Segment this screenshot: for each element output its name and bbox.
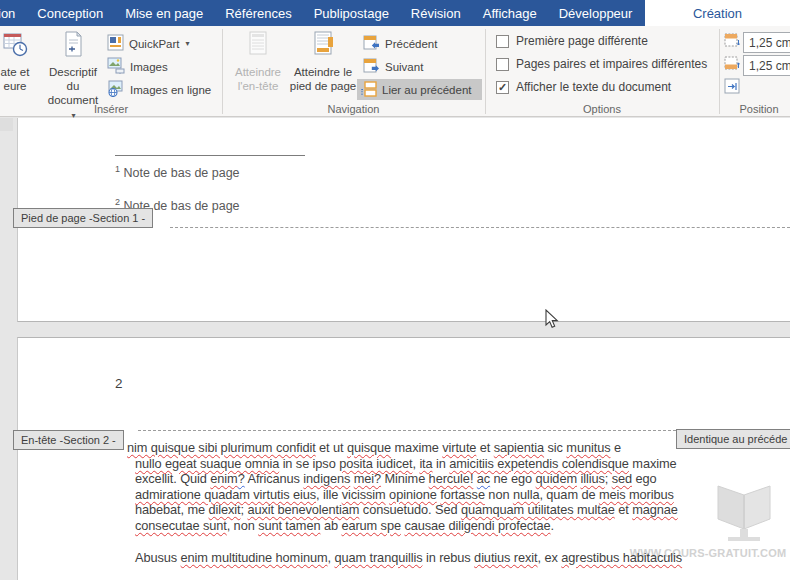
images-icon: [107, 57, 125, 76]
misspelled-text-segment: indigens: [303, 471, 350, 486]
footnote-1: 1 Note de bas de page: [115, 164, 240, 180]
misspelled-text-segment: enim: [210, 471, 237, 486]
footer-section-tag: Pied de page -Section 1 -: [13, 208, 153, 228]
descriptif-document-button[interactable]: Descriptif du document ▾: [44, 29, 102, 112]
precedent-button[interactable]: Précédent: [360, 33, 440, 54]
misspelled-text-segment: admiratione quadam virtutis eius: [135, 487, 316, 502]
header-from-top-field[interactable]: 1,25 cm: [743, 32, 790, 53]
suivant-label: Suivant: [385, 61, 423, 73]
date-heure-button[interactable]: ate et eure: [0, 29, 44, 112]
misspelled-text-segment: mei?: [354, 471, 381, 486]
ribbon-tab-strip: ion Conception Mise en page Références P…: [0, 0, 645, 26]
atteindre-entete-line2: l'en-tête: [238, 79, 279, 93]
images-label: Images: [130, 61, 168, 73]
footer-boundary-dashed-line: [170, 227, 790, 228]
misspelled-text-segment: ac: [477, 471, 490, 486]
misspelled-text-segment: auxit benevolentiam: [247, 502, 359, 517]
checkbox-premiere-page[interactable]: ✓: [496, 35, 509, 48]
misspelled-text-segment: earum spe: [341, 518, 401, 533]
misspelled-text-segment: nulla: [513, 487, 540, 502]
misspelled-text-segment: meis moribus: [599, 487, 674, 502]
premiere-page-label: Première page différente: [516, 34, 648, 48]
misspelled-text-segment: illius: [580, 471, 604, 486]
afficher-texte-checkbox-row[interactable]: ✓ Afficher le texte du document: [496, 80, 671, 94]
images-button[interactable]: Images: [104, 56, 171, 77]
text-segment: in: [433, 456, 450, 471]
tab-developpeur[interactable]: Développeur: [548, 6, 644, 21]
tab-insertion-partial[interactable]: ion: [0, 6, 26, 21]
text-segment: ego: [632, 471, 657, 486]
misspelled-text-segment: munitus: [566, 440, 610, 455]
text-segment: , quam de: [539, 487, 598, 502]
text-segment: sic: [544, 440, 566, 455]
group-label-navigation: Navigation: [222, 103, 485, 115]
footnote-ref: 2: [115, 197, 120, 207]
misspelled-text-segment: virtute: [442, 440, 476, 455]
text-segment: et: [615, 502, 632, 517]
misspelled-text-segment: dilexit: [209, 502, 241, 517]
group-separator: [485, 29, 486, 114]
misspelled-text-segment: fortasse: [440, 487, 485, 502]
body-line: nullo egeat suaque omnia in se ipso posi…: [135, 456, 682, 472]
lier-au-precedent-button[interactable]: Lier au précédent: [357, 79, 482, 100]
atteindre-entete-button: Atteindre l'en-tête: [228, 29, 288, 112]
alignment-tab-button[interactable]: [724, 78, 741, 99]
link-to-previous-icon: [360, 81, 377, 99]
text-segment: habebat, me: [135, 502, 209, 517]
text-segment: , ex: [538, 550, 562, 565]
text-segment: ab: [320, 518, 341, 533]
misspelled-text-segment: causae diligendi profectae: [404, 518, 550, 533]
images-en-ligne-button[interactable]: Images en ligne: [104, 79, 214, 100]
text-segment: consuetudo. Sed: [359, 502, 460, 517]
text-segment: excellit. Quid: [135, 471, 210, 486]
misspelled-text-segment: amicitiis expetendis colendisque: [449, 456, 629, 471]
date-heure-label-line2: eure: [3, 79, 26, 93]
dropdown-caret-icon: ▾: [186, 39, 190, 48]
checkbox-pages-paires[interactable]: ✓: [496, 58, 509, 71]
checkbox-afficher-texte[interactable]: ✓: [496, 81, 509, 94]
text-segment: Abusus: [135, 550, 181, 565]
quickpart-button[interactable]: QuickPart ▾: [104, 33, 193, 54]
misspelled-text-segment: posita iudicet: [339, 456, 412, 471]
tab-publipostage[interactable]: Publipostage: [303, 6, 400, 21]
footer-from-bottom-icon: [724, 56, 740, 75]
tab-mise-en-page[interactable]: Mise en page: [114, 6, 214, 21]
document-margin-corner: [0, 118, 13, 131]
misspelled-text-segment: nullo egeat suaque omnia: [135, 456, 279, 471]
afficher-texte-label: Afficher le texte du document: [516, 80, 671, 94]
pages-paires-checkbox-row[interactable]: ✓ Pages paires et impaires différentes: [496, 57, 707, 71]
misspelled-text-segment: quamquam utilitates multae: [461, 502, 615, 517]
alignment-tab-icon: [724, 78, 741, 99]
calendar-clock-icon: [1, 31, 29, 61]
pages-paires-label: Pages paires et impaires différentes: [516, 57, 707, 71]
misspelled-text-segment: diutius rexit: [474, 550, 537, 565]
premiere-page-checkbox-row[interactable]: ✓ Première page différente: [496, 34, 648, 48]
text-segment: ;: [605, 471, 612, 486]
atteindre-pied-button[interactable]: Atteindre le pied de page: [288, 29, 358, 112]
body-line: admiratione quadam virtutis eius, ille v…: [135, 487, 682, 503]
tab-affichage[interactable]: Affichage: [472, 6, 548, 21]
atteindre-entete-line1: Atteindre: [235, 65, 281, 79]
document-info-icon: [61, 31, 85, 61]
misspelled-text-segment: agrestibus habitaculis: [561, 550, 682, 565]
tab-conception[interactable]: Conception: [26, 6, 114, 21]
tab-references[interactable]: Références: [214, 6, 302, 21]
previous-section-icon: [363, 35, 380, 53]
text-segment: Africanus: [245, 471, 304, 486]
tab-revision[interactable]: Révision: [400, 6, 472, 21]
text-segment: et: [476, 440, 493, 455]
goto-header-icon: [247, 31, 269, 61]
suivant-button[interactable]: Suivant: [360, 56, 426, 77]
tab-creation-active[interactable]: Création: [645, 0, 790, 26]
images-online-icon: [107, 80, 125, 99]
body-line: Abusus enim multitudine hominum, quam tr…: [135, 550, 682, 566]
misspelled-text-segment: sunt tamen: [258, 518, 320, 533]
word-window: ion Conception Mise en page Références P…: [0, 0, 790, 580]
footer-from-bottom-field[interactable]: 1,25 cm: [743, 55, 790, 76]
misspelled-text-segment: ita: [419, 456, 432, 471]
footer-position-row: 1,25 cm: [724, 55, 790, 76]
text-segment: et ut: [316, 440, 347, 455]
misspelled-text-segment: sapientia: [494, 440, 544, 455]
mouse-cursor: [544, 309, 559, 334]
descriptif-label-line1: Descriptif du: [44, 65, 102, 93]
